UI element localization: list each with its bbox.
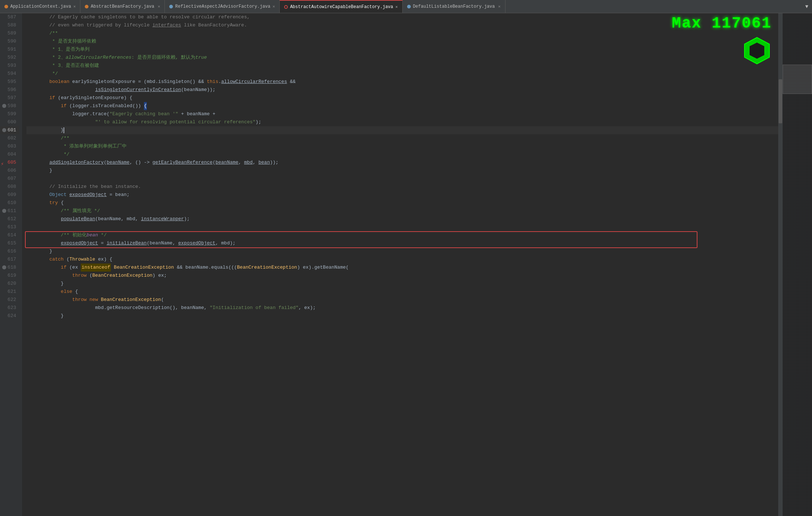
text-618d: && beanName.equals(((: [174, 264, 237, 272]
text-612c: );: [184, 215, 190, 223]
code-line-608: // Initialize the bean instance.: [26, 183, 778, 191]
gutter-603: 603: [0, 142, 19, 150]
code-line-623: mbd.getResourceDescription(), beanName, …: [26, 304, 778, 312]
text-605a: [26, 159, 49, 167]
code-line-594: */: [26, 70, 778, 78]
kw-if-598: if: [61, 102, 69, 110]
text-623b: , ex);: [298, 304, 316, 312]
text-618c: [111, 264, 114, 272]
text-617b: (: [66, 255, 69, 264]
type-bce-618b: BeanCreationException: [237, 264, 297, 272]
tab-label-1: ApplicationContext.java: [10, 4, 71, 9]
code-line-624: }: [26, 312, 778, 320]
gutter-609: 609: [0, 191, 19, 199]
tab-close-2[interactable]: ✕: [158, 4, 160, 9]
text-622b: (: [161, 296, 164, 304]
tab-applicationcontext[interactable]: ApplicationContext.java ✕: [0, 0, 80, 13]
kw-else-621: else: [26, 288, 75, 296]
comment-603: * 添加单列对象到单例工厂中: [26, 142, 127, 150]
str-623: "Initialization of bean failed": [210, 304, 298, 312]
text-623a: mbd.getResourceDescription(), beanName,: [26, 304, 210, 312]
bookmark-618: [2, 265, 6, 269]
tab-label-3: ReflectiveAspectJAdvisorFactory.java: [175, 4, 270, 9]
text-619b: (: [90, 272, 93, 280]
ref-exposed-615b: exposedObject: [178, 239, 215, 247]
fn-605b: getEarlyBeanReference: [152, 159, 213, 167]
tab-close-5[interactable]: ✕: [498, 4, 501, 9]
code-line-589: /**: [26, 29, 778, 37]
kw-object-609: Object: [26, 191, 69, 199]
gutter-605: ⚡ 605: [0, 159, 19, 167]
line-num-617: 617: [8, 255, 16, 264]
code-line-601: }: [26, 126, 778, 134]
kw-throw-622: throw new: [72, 296, 101, 304]
tab-close-3[interactable]: ✕: [273, 4, 275, 9]
code-line-618: if (ex instanceof BeanCreationException …: [26, 264, 778, 272]
text-615c: (beanName,: [147, 239, 178, 247]
gutter-608: 608: [0, 183, 19, 191]
code-line-614: /** 初始化bean */: [26, 231, 778, 239]
code-line-604: */: [26, 150, 778, 159]
code-line-598: if (logger.isTraceEnabled()) {: [26, 102, 778, 110]
comment-614: /** 初始化: [26, 231, 87, 239]
tab-abstractautowire[interactable]: AbstractAutowireCapableBeanFactory.java …: [280, 0, 402, 13]
code-line-619: throw (BeanCreationException) ex;: [26, 272, 778, 280]
text-615d: , mbd);: [215, 239, 236, 247]
code-line-602: /**: [26, 134, 778, 142]
tab-abstractbeanfactory[interactable]: AbstractBeanFactory.java ✕: [80, 0, 165, 13]
gutter-621: 621: [0, 288, 19, 296]
text-605f: ,: [253, 159, 258, 167]
line-num-613: 613: [8, 223, 16, 231]
line-number-gutter: 587 588 589 590 591 592 593 594 595 596 …: [0, 13, 22, 516]
var-exposed-609: exposedObject: [69, 191, 106, 199]
line-num-594: 594: [8, 70, 16, 78]
line-num-623: 623: [8, 304, 16, 312]
line-num-624: 624: [8, 312, 16, 320]
gutter-591: 591: [0, 46, 19, 54]
tab-defaultlistable[interactable]: DefaultListableBeanFactory.java ✕: [403, 0, 505, 13]
line-num-609: 609: [8, 191, 16, 199]
text-600a: [26, 118, 95, 126]
gutter-587: 587: [0, 13, 19, 21]
comment-604: */: [26, 150, 69, 159]
gutter-606: 606: [0, 167, 19, 175]
gutter-619: 619: [0, 272, 19, 280]
kw-if-597: if: [26, 94, 58, 102]
ref-bean-605: bean: [258, 159, 270, 167]
gutter-623: 623: [0, 304, 19, 312]
line-num-592: 592: [8, 54, 16, 62]
code-line-587: // Eagerly cache singletons to be able t…: [26, 13, 778, 21]
ref-exposed-615: exposedObject: [61, 239, 98, 247]
vertical-scrollbar[interactable]: [778, 13, 783, 516]
tab-reflective[interactable]: ReflectiveAspectJAdvisorFactory.java ✕: [165, 0, 280, 13]
comment-589: /**: [26, 29, 58, 37]
ref-beanname-605: beanName: [106, 159, 129, 167]
gutter-615: 615: [0, 239, 19, 247]
kw-instanceof-618: instanceof: [81, 264, 111, 272]
text-599b: + beanName +: [178, 110, 215, 118]
str-600: "' to allow for resolving potential circ…: [95, 118, 255, 126]
tab-icon-3: [169, 5, 173, 8]
kw-boolean: boolean: [26, 78, 72, 86]
ref-iw-612: instanceWrapper: [141, 215, 184, 223]
text-612b: (beanName, mbd,: [95, 215, 141, 223]
gutter-607: 607: [0, 175, 19, 183]
code-editor[interactable]: // Eagerly cache singletons to be able t…: [22, 13, 778, 516]
fn-596: isSingletonCurrentlyInCreation: [95, 86, 181, 94]
minimap-viewport[interactable]: [783, 65, 812, 94]
line-num-608: 608: [8, 183, 16, 191]
tab-overflow-button[interactable]: ▼: [802, 0, 812, 13]
comment-590: * 是否支持循环依赖: [26, 37, 96, 46]
gutter-601: 601: [0, 126, 19, 134]
fn-605: addSingletonFactory: [49, 159, 104, 167]
code-line-606: }: [26, 167, 778, 175]
gutter-599: 599: [0, 110, 19, 118]
gutter-598: 598: [0, 102, 19, 110]
type-throwable-617: Throwable: [69, 255, 95, 264]
tab-close-4[interactable]: ✕: [395, 4, 398, 9]
line-num-606: 606: [8, 167, 16, 175]
code-line-600: "' to allow for resolving potential circ…: [26, 118, 778, 126]
tab-close-1[interactable]: ✕: [73, 4, 76, 9]
line-num-612: 612: [8, 215, 16, 223]
scrollbar-thumb[interactable]: [779, 79, 782, 123]
